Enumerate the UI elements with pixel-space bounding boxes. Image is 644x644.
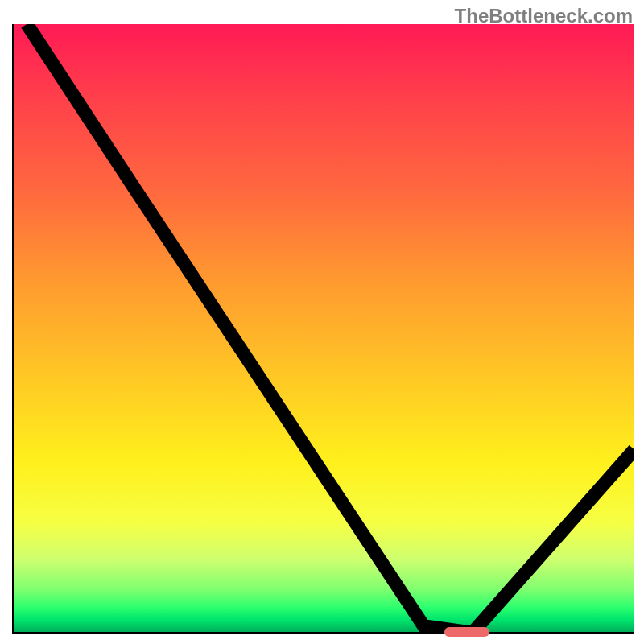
bottleneck-marker <box>444 627 489 637</box>
bottleneck-chart: TheBottleneck.com <box>0 0 644 644</box>
plot-area <box>12 24 634 634</box>
bottleneck-curve <box>14 24 634 632</box>
curve-path <box>27 24 634 632</box>
